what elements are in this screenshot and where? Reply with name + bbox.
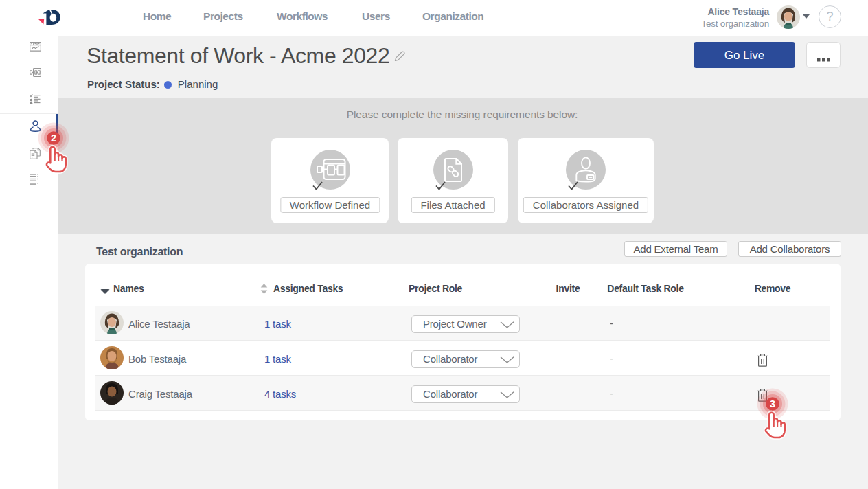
svg-text:Go Live: Go Live bbox=[724, 49, 765, 62]
svg-text:2: 2 bbox=[51, 133, 56, 144]
svg-text:3: 3 bbox=[770, 398, 775, 409]
